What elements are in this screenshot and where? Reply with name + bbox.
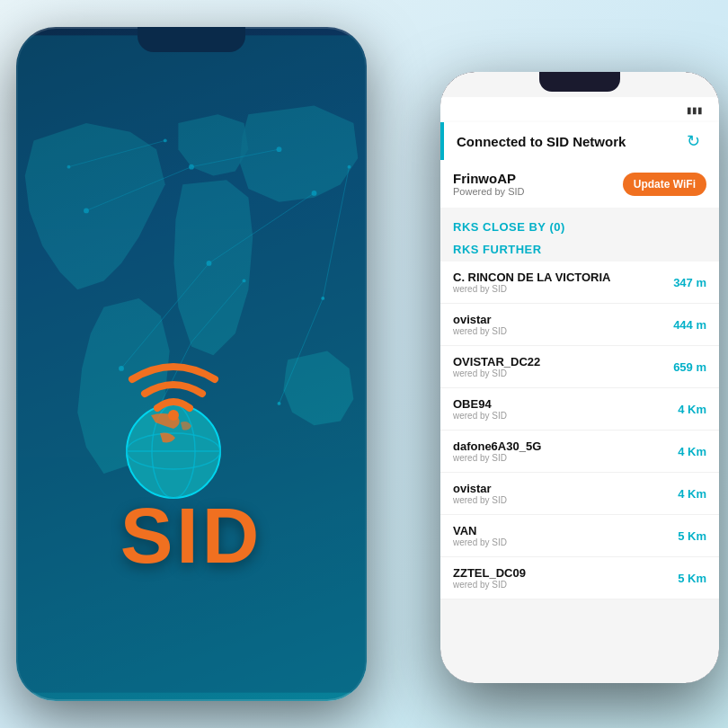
svg-point-12 [277,146,282,152]
svg-point-14 [207,261,212,266]
svg-point-17 [164,138,167,142]
network-item-1[interactable]: ovistar wered by SID 444 m [440,304,719,346]
sid-logo-container: SID [102,343,281,575]
status-bar: ▮▮▮ [440,97,719,122]
front-phone-notch [539,72,620,92]
network-item-6[interactable]: VAN wered by SID 5 Km [440,515,719,557]
current-network-subtitle: Powered by SID [453,186,524,197]
section-further: RKS FURTHER [440,239,719,262]
svg-point-10 [84,208,89,213]
app-header: Connected to SID Network ↻ [440,122,719,160]
network-item-2[interactable]: OVISTAR_DC22 wered by SID 659 m [440,346,719,388]
network-item-3[interactable]: OBE94 wered by SID 4 Km [440,388,719,431]
svg-point-11 [189,164,194,170]
svg-point-15 [312,191,317,196]
svg-point-27 [168,410,179,421]
front-phone: ▮▮▮ Connected to SID Network ↻ FrinwoAP … [440,72,719,683]
refresh-icon[interactable]: ↻ [687,131,706,151]
update-wifi-button[interactable]: Update WiFi [623,173,706,196]
header-title: Connected to SID Network [457,134,626,149]
globe-wifi-graphic [102,343,281,505]
back-phone-notch [138,27,245,52]
svg-point-19 [321,297,324,300]
current-network-name: FrinwoAP [453,171,524,186]
svg-point-20 [348,165,351,169]
network-item-4[interactable]: dafone6A30_5G wered by SID 4 Km [440,431,719,473]
network-item-0[interactable]: C. RINCON DE LA VICTORIA wered by SID 34… [440,262,719,304]
network-list: C. RINCON DE LA VICTORIA wered by SID 34… [440,262,719,683]
svg-point-22 [243,279,246,282]
current-network-item: FrinwoAP Powered by SID Update WiFi [440,160,719,208]
network-item-5[interactable]: ovistar wered by SID 4 Km [440,473,719,515]
battery-indicator: ▮▮▮ [687,105,703,115]
back-phone: SID [16,27,367,701]
section-close-by: RKS CLOSE BY (0) [440,211,719,239]
network-item-7[interactable]: ZZTEL_DC09 wered by SID 5 Km [440,557,719,599]
sid-brand-text: SID [120,496,263,575]
svg-point-16 [67,165,71,169]
